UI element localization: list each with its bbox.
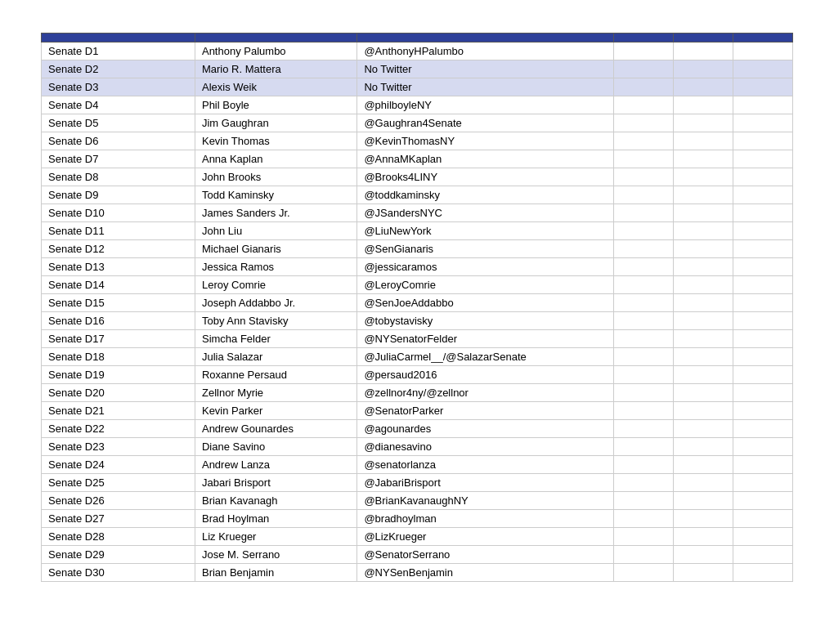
cell-twitter: No Twitter (357, 60, 613, 78)
cell-extra3 (733, 114, 792, 132)
cell-extra2 (673, 204, 733, 222)
cell-name: Jim Gaughran (195, 114, 356, 132)
cell-extra1 (613, 312, 673, 330)
table-row: Senate D13Jessica Ramos@jessicaramos (42, 258, 793, 276)
cell-extra3 (733, 438, 792, 456)
cell-name: Simcha Felder (195, 330, 356, 348)
cell-name: Joseph Addabbo Jr. (195, 294, 356, 312)
cell-extra1 (613, 60, 673, 78)
cell-extra1 (613, 96, 673, 114)
cell-name: Andrew Gounardes (195, 420, 356, 438)
cell-name: Alexis Weik (195, 78, 356, 96)
cell-name: Leroy Comrie (195, 276, 356, 294)
cell-name: Julia Salazar (195, 348, 356, 366)
cell-extra1 (613, 294, 673, 312)
table-row: Senate D30Brian Benjamin@NYSenBenjamin (42, 564, 793, 582)
cell-extra3 (733, 564, 792, 582)
cell-name: Diane Savino (195, 438, 356, 456)
cell-extra3 (733, 420, 792, 438)
cell-extra2 (673, 60, 733, 78)
cell-name: Anthony Palumbo (195, 42, 356, 60)
table-row: Senate D23Diane Savino@dianesavino (42, 438, 793, 456)
cell-extra3 (733, 384, 792, 402)
cell-twitter: @LizKrueger (357, 528, 613, 546)
table-row: Senate D19Roxanne Persaud@persaud2016 (42, 366, 793, 384)
cell-extra3 (733, 294, 792, 312)
cell-extra3 (733, 546, 792, 564)
cell-district: Senate D26 (42, 492, 195, 510)
cell-extra1 (613, 330, 673, 348)
cell-name: Andrew Lanza (195, 456, 356, 474)
cell-extra2 (673, 168, 733, 186)
cell-extra3 (733, 222, 792, 240)
cell-extra2 (673, 402, 733, 420)
cell-extra1 (613, 456, 673, 474)
table-row: Senate D14Leroy Comrie@LeroyComrie (42, 276, 793, 294)
cell-district: Senate D23 (42, 438, 195, 456)
cell-extra3 (733, 474, 792, 492)
cell-extra2 (673, 42, 733, 60)
cell-district: Senate D2 (42, 60, 195, 78)
cell-twitter: @senatorlanza (357, 456, 613, 474)
header-name (195, 34, 356, 42)
cell-extra1 (613, 510, 673, 528)
cell-extra1 (613, 186, 673, 204)
cell-district: Senate D29 (42, 546, 195, 564)
cell-name: Liz Krueger (195, 528, 356, 546)
cell-extra1 (613, 78, 673, 96)
cell-twitter: @AnnaMKaplan (357, 150, 613, 168)
cell-extra3 (733, 510, 792, 528)
cell-twitter: @LiuNewYork (357, 222, 613, 240)
table-row: Senate D11John Liu@LiuNewYork (42, 222, 793, 240)
cell-extra2 (673, 276, 733, 294)
cell-district: Senate D11 (42, 222, 195, 240)
cell-extra2 (673, 384, 733, 402)
table-row: Senate D10James Sanders Jr.@JSandersNYC (42, 204, 793, 222)
cell-name: Jabari Brisport (195, 474, 356, 492)
table-row: Senate D22Andrew Gounardes@agounardes (42, 420, 793, 438)
cell-extra2 (673, 420, 733, 438)
cell-district: Senate D9 (42, 186, 195, 204)
cell-name: Michael Gianaris (195, 240, 356, 258)
cell-extra1 (613, 204, 673, 222)
cell-district: Senate D20 (42, 384, 195, 402)
cell-extra3 (733, 528, 792, 546)
cell-name: Anna Kaplan (195, 150, 356, 168)
cell-extra3 (733, 402, 792, 420)
cell-twitter: @philboyleNY (357, 96, 613, 114)
cell-district: Senate D18 (42, 348, 195, 366)
cell-name: John Brooks (195, 168, 356, 186)
cell-district: Senate D3 (42, 78, 195, 96)
cell-extra3 (733, 168, 792, 186)
cell-district: Senate D13 (42, 258, 195, 276)
cell-twitter: @toddkaminsky (357, 186, 613, 204)
cell-extra3 (733, 348, 792, 366)
cell-extra1 (613, 222, 673, 240)
cell-extra2 (673, 330, 733, 348)
cell-twitter: @tobystavisky (357, 312, 613, 330)
cell-district: Senate D27 (42, 510, 195, 528)
cell-extra3 (733, 276, 792, 294)
cell-district: Senate D8 (42, 168, 195, 186)
cell-name: James Sanders Jr. (195, 204, 356, 222)
cell-district: Senate D28 (42, 528, 195, 546)
cell-name: Brian Benjamin (195, 564, 356, 582)
cell-extra3 (733, 42, 792, 60)
cell-name: John Liu (195, 222, 356, 240)
cell-district: Senate D16 (42, 312, 195, 330)
senators-table: Senate D1Anthony Palumbo@AnthonyHPalumbo… (41, 33, 793, 582)
cell-twitter: @persaud2016 (357, 366, 613, 384)
header-district (42, 34, 195, 42)
cell-extra2 (673, 114, 733, 132)
cell-name: Zellnor Myrie (195, 384, 356, 402)
cell-twitter: @SenJoeAddabbo (357, 294, 613, 312)
cell-twitter: @Brooks4LINY (357, 168, 613, 186)
cell-extra3 (733, 186, 792, 204)
main-container: Senate D1Anthony Palumbo@AnthonyHPalumbo… (41, 33, 793, 582)
cell-extra1 (613, 132, 673, 150)
cell-extra1 (613, 402, 673, 420)
cell-twitter: @jessicaramos (357, 258, 613, 276)
cell-district: Senate D10 (42, 204, 195, 222)
cell-district: Senate D7 (42, 150, 195, 168)
table-row: Senate D28Liz Krueger@LizKrueger (42, 528, 793, 546)
